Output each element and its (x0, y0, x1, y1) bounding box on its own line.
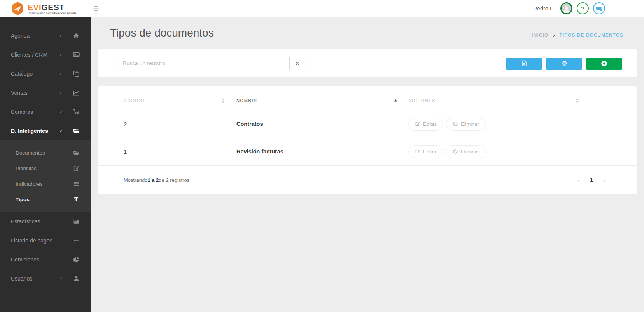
folder-open-icon (72, 150, 80, 156)
sidebar-item-d-inteligentes[interactable]: D. Inteligentes ‹ (0, 121, 91, 140)
cell-nombre: Contratos (236, 121, 408, 127)
cell-codigo: 2 (124, 121, 236, 127)
topbar-right: Pedro L. ? (533, 2, 605, 14)
edit-button[interactable]: Editar (408, 145, 443, 158)
breadcrumb-current: TIPOS DE DOCUMENTOS (560, 33, 623, 37)
chevron-left-icon: ‹ (58, 70, 65, 77)
sidebar-item-compras[interactable]: Compras ‹ (0, 102, 91, 121)
toolbar-buttons (506, 58, 622, 70)
breadcrumb-separator-icon: › (553, 32, 555, 38)
sidebar-item-ventas[interactable]: Ventas ‹ (0, 83, 91, 102)
cell-codigo: 1 (124, 148, 236, 155)
showing-records-text: Mostrando1 a 2de 2 registros (124, 177, 189, 183)
breadcrumb-home[interactable]: INICIO (532, 33, 548, 37)
line-chart-icon (72, 89, 80, 96)
brand-tagline: FACTURACIÓN Y CONTABILIDAD EN LA NUBE (28, 12, 77, 14)
chevron-left-icon: ‹ (58, 89, 65, 96)
main-content: Tipos de documentos INICIO › TIPOS DE DO… (91, 17, 644, 312)
table-header-row: CÓDIGO NOMBRE ACCIONES (98, 86, 637, 110)
page-header: Tipos de documentos INICIO › TIPOS DE DO… (91, 17, 644, 49)
help-button[interactable]: ? (577, 2, 589, 14)
toolbar-card: X (98, 49, 637, 77)
export-excel-button[interactable] (506, 58, 542, 70)
sidebar: Agenda ‹ Clientes / CRM ‹ Catálogo ‹ (0, 17, 91, 312)
question-icon: ? (581, 5, 584, 12)
printer-icon (561, 60, 567, 66)
user-icon (72, 275, 80, 281)
cell-acciones: Editar Eliminar (408, 118, 611, 131)
ban-icon (453, 149, 458, 154)
sidebar-item-listado-de-pagos[interactable]: Listado de pagos (0, 231, 91, 250)
sidebar-item-clientes-crm[interactable]: Clientes / CRM ‹ (0, 45, 91, 64)
pagination: ‹ 1 › (578, 177, 606, 183)
edit-button[interactable]: Editar (408, 118, 443, 131)
edit-icon (415, 149, 420, 154)
clear-search-button[interactable]: X (289, 57, 305, 70)
delete-button[interactable]: Eliminar (446, 145, 486, 158)
add-record-button[interactable] (586, 58, 622, 70)
chevron-left-icon: ‹ (58, 51, 65, 58)
list-icon (72, 181, 80, 187)
chevron-left-icon: ‹ (58, 32, 65, 39)
ban-icon (453, 121, 458, 127)
sort-asc-icon (394, 99, 397, 102)
sidebar-submenu-d-inteligentes: Documentos Plantillas Indicadores (0, 140, 91, 212)
chevron-left-icon: ‹ (58, 108, 65, 115)
sidebar-subitem-indicadores[interactable]: Indicadores (0, 176, 91, 192)
area-chart-icon (72, 218, 80, 225)
user-name[interactable]: Pedro L. (533, 5, 555, 12)
paper-plane-hexagon-icon (11, 2, 24, 16)
delete-button[interactable]: Eliminar (446, 118, 486, 131)
column-header-nombre[interactable]: NOMBRE (236, 98, 408, 103)
sidebar-item-comisiones[interactable]: Comisiones (0, 250, 91, 269)
chat-button[interactable] (593, 2, 605, 14)
sidebar-item-catalogo[interactable]: Catálogo ‹ (0, 64, 91, 83)
plus-circle-icon (601, 60, 607, 67)
user-avatar-icon[interactable] (560, 2, 572, 14)
letter-t-icon: T (72, 196, 80, 203)
chevron-left-icon: ‹ (58, 275, 65, 282)
topbar: EVIGEST FACTURACIÓN Y CONTABILIDAD EN LA… (0, 0, 644, 17)
page-title: Tipos de documentos (110, 27, 214, 39)
search-input[interactable] (117, 57, 290, 70)
cell-acciones: Editar Eliminar (408, 145, 611, 158)
circle-dot-toggle-icon[interactable] (93, 5, 99, 12)
search-group: X (117, 57, 305, 70)
folder-open-icon (72, 127, 80, 134)
sidebar-subitem-tipos[interactable]: Tipos T (0, 192, 91, 207)
breadcrumb: INICIO › TIPOS DE DOCUMENTOS (532, 32, 623, 38)
clone-icon (72, 71, 80, 77)
sort-both-icon (576, 98, 579, 103)
sidebar-item-agenda[interactable]: Agenda ‹ (0, 26, 91, 45)
sidebar-subitem-documentos[interactable]: Documentos (0, 145, 91, 160)
column-header-codigo[interactable]: CÓDIGO (124, 98, 236, 103)
chevron-left-icon: ‹ (58, 127, 65, 134)
pie-chart-icon (72, 256, 80, 263)
print-button[interactable] (546, 58, 582, 70)
edit-icon (72, 165, 80, 171)
sort-both-icon (221, 98, 225, 103)
sidebar-subitem-plantillas[interactable]: Plantillas (0, 160, 91, 176)
sidebar-item-usuarios[interactable]: Usuarios ‹ (0, 269, 91, 288)
edit-icon (415, 121, 420, 127)
pagination-prev-icon[interactable]: ‹ (578, 177, 579, 183)
column-header-acciones[interactable]: ACCIONES (408, 98, 611, 103)
shopping-cart-icon (72, 108, 80, 115)
chat-bubbles-icon (596, 5, 603, 12)
brand-name: EVIGEST (28, 3, 77, 11)
table-card: CÓDIGO NOMBRE ACCIONES 2 Contratos (98, 86, 637, 194)
home-icon (72, 33, 80, 39)
excel-file-icon (521, 60, 527, 66)
table-row: 1 Revisión facturas Editar Eliminar (98, 138, 637, 166)
sidebar-item-estadisticas[interactable]: Estadísticas (0, 212, 91, 231)
brand-logo[interactable]: EVIGEST FACTURACIÓN Y CONTABILIDAD EN LA… (11, 2, 77, 16)
table-footer: Mostrando1 a 2de 2 registros ‹ 1 › (98, 166, 637, 194)
list-icon (72, 237, 80, 244)
id-card-icon (72, 51, 80, 58)
cell-nombre: Revisión facturas (236, 148, 408, 155)
pagination-page-1[interactable]: 1 (590, 177, 593, 183)
pagination-next-icon[interactable]: › (604, 177, 606, 183)
table-row: 2 Contratos Editar Eliminar (98, 110, 637, 138)
